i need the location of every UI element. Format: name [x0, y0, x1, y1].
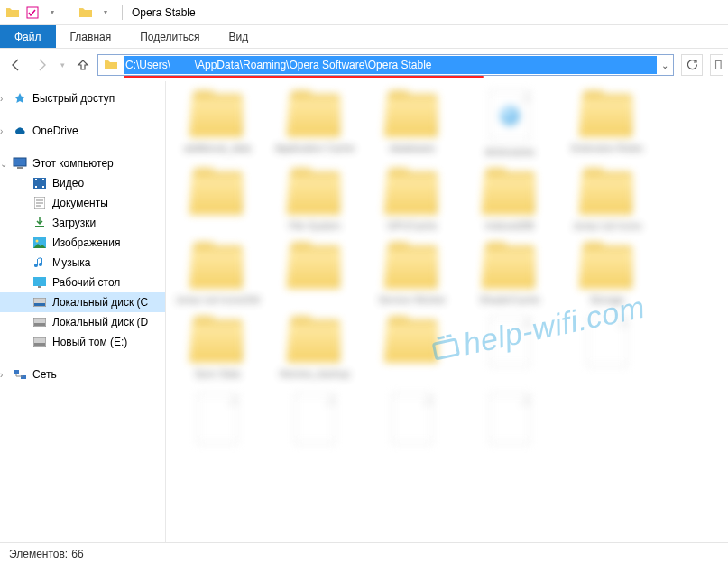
folder-item[interactable]: File System	[271, 168, 359, 233]
forward-button[interactable]	[31, 54, 52, 76]
file-item[interactable]	[465, 316, 554, 384]
folder-item[interactable]: IndexedDB	[465, 168, 554, 233]
sidebar-onedrive[interactable]: › OneDrive	[0, 121, 165, 141]
sidebar-item-label: Сеть	[32, 368, 57, 381]
refresh-button[interactable]	[681, 54, 703, 76]
tab-view[interactable]: Вид	[214, 25, 263, 48]
folder-item[interactable]: Jump List IconsOld	[173, 242, 262, 307]
sidebar-local-disk-d[interactable]: Локальный диск (D	[0, 312, 165, 332]
folder-item[interactable]: GPUCache	[368, 168, 456, 233]
address-input[interactable]	[124, 56, 657, 74]
item-label	[271, 294, 359, 307]
status-bar: Элементов: 66	[0, 542, 728, 564]
item-label: Service Worker	[368, 294, 456, 307]
folder-item[interactable]: databases	[368, 90, 456, 159]
star-icon	[13, 91, 27, 106]
item-label: additional_data	[173, 143, 262, 155]
file-item[interactable]	[563, 316, 651, 384]
chevron-right-icon[interactable]: ›	[0, 370, 3, 380]
folder-icon	[78, 5, 93, 20]
svg-point-14	[36, 240, 39, 243]
sidebar-videos[interactable]: Видео	[0, 173, 165, 193]
search-box[interactable]: П	[710, 54, 723, 76]
file-item[interactable]	[271, 393, 359, 462]
recent-dropdown[interactable]: ▾	[56, 54, 69, 76]
folder-icon	[481, 242, 539, 289]
folder-icon	[383, 242, 441, 289]
sidebar-network[interactable]: › Сеть	[0, 365, 165, 384]
sidebar-documents[interactable]: Документы	[0, 193, 165, 213]
chevron-down-icon[interactable]: ▾	[45, 5, 60, 20]
navigation-pane: › Быстрый доступ › OneDrive ⌄ Этот компь…	[0, 81, 166, 542]
sidebar-item-label: Видео	[52, 177, 84, 190]
folder-item[interactable]: Storage	[563, 242, 651, 307]
folder-icon	[189, 90, 246, 137]
sidebar-item-label: Быстрый доступ	[32, 92, 115, 105]
file-item[interactable]	[465, 393, 554, 462]
sidebar-new-volume-e[interactable]: Новый том (E:)	[0, 332, 165, 352]
item-label: ShaderCache	[465, 294, 554, 307]
item-label: Jump List IconsOld	[173, 294, 262, 307]
item-label	[368, 368, 456, 381]
file-icon	[489, 393, 530, 444]
folder-item[interactable]: ShaderCache	[465, 242, 554, 307]
item-label: GPUCache	[368, 220, 456, 233]
back-button[interactable]	[5, 54, 27, 76]
properties-icon[interactable]	[25, 5, 40, 20]
folder-item[interactable]: additional_data	[173, 90, 262, 159]
svg-rect-5	[35, 186, 37, 188]
folder-item[interactable]: Jump List Icons	[563, 168, 651, 233]
address-bar[interactable]: ⌄	[97, 54, 674, 76]
sidebar-downloads[interactable]: Загрузки	[0, 213, 165, 233]
sidebar-music[interactable]: Музыка	[0, 253, 165, 273]
document-icon	[32, 196, 47, 210]
tab-share[interactable]: Поделиться	[125, 25, 214, 48]
sidebar-quick-access[interactable]: › Быстрый доступ	[0, 88, 165, 108]
status-items-label: Элементов:	[9, 548, 68, 560]
file-icon	[489, 316, 530, 366]
sidebar-item-label: Изображения	[52, 236, 120, 249]
folder-item[interactable]: Sync Data	[173, 316, 262, 384]
svg-rect-2	[17, 167, 23, 169]
chevron-down-icon[interactable]: ⌄	[0, 159, 7, 169]
folder-icon	[578, 242, 636, 289]
folder-item[interactable]	[271, 242, 359, 307]
folder-icon	[481, 168, 539, 215]
folder-item[interactable]: themes_backup	[271, 316, 359, 384]
item-label: dictionaries	[465, 146, 554, 159]
item-label: themes_backup	[271, 368, 359, 381]
file-icon	[489, 90, 530, 141]
file-item[interactable]: dictionaries	[465, 90, 554, 159]
up-button[interactable]	[72, 54, 94, 76]
sidebar-item-label: Этот компьютер	[32, 157, 114, 170]
file-item[interactable]	[173, 393, 262, 462]
sidebar-pictures[interactable]: Изображения	[0, 233, 165, 253]
chevron-down-icon[interactable]: ▾	[98, 5, 113, 20]
music-icon	[32, 255, 47, 270]
svg-rect-15	[33, 277, 46, 286]
sidebar-item-label: Загрузки	[52, 217, 96, 229]
folder-item[interactable]: Service Worker	[368, 242, 456, 307]
item-label: IndexedDB	[465, 220, 554, 233]
item-label: Sync Data	[173, 368, 262, 381]
folder-item[interactable]: Application Cache	[271, 90, 359, 159]
sidebar-local-disk-c[interactable]: Локальный диск (C	[0, 292, 165, 312]
chevron-right-icon[interactable]: ›	[0, 126, 3, 136]
sidebar-this-pc[interactable]: ⌄ Этот компьютер	[0, 153, 165, 173]
folder-item[interactable]: Extension Rules	[563, 90, 651, 159]
folder-icon	[578, 168, 636, 215]
tab-home[interactable]: Главная	[56, 25, 126, 48]
tab-file[interactable]: Файл	[0, 25, 56, 48]
sidebar-desktop[interactable]: Рабочий стол	[0, 273, 165, 292]
file-list[interactable]: additional_dataApplication Cachedatabase…	[166, 81, 728, 542]
item-label: databases	[368, 143, 456, 155]
file-item[interactable]	[368, 393, 456, 462]
chevron-right-icon[interactable]: ›	[0, 94, 3, 104]
sidebar-item-label: Музыка	[52, 256, 90, 269]
folder-item[interactable]	[173, 168, 262, 233]
folder-item[interactable]	[368, 316, 456, 384]
folder-icon	[102, 56, 120, 74]
picture-icon	[32, 236, 47, 250]
folder-icon	[189, 242, 246, 289]
address-dropdown-icon[interactable]: ⌄	[657, 60, 673, 70]
